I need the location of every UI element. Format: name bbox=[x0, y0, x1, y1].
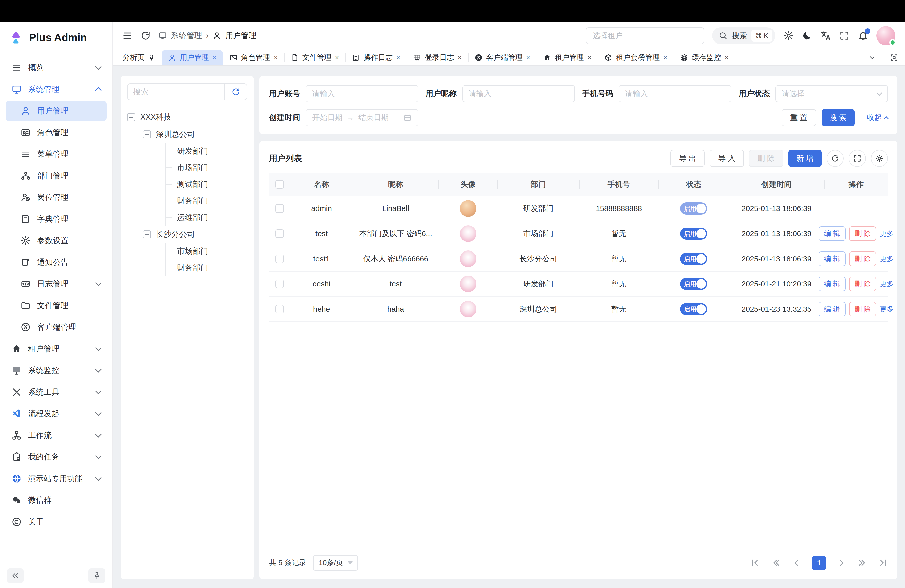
next-group-button[interactable] bbox=[857, 558, 867, 568]
sidebar-item-workflow[interactable]: 工作流 bbox=[6, 425, 106, 446]
sidebar-item-process-initiation[interactable]: 流程发起 bbox=[6, 404, 106, 424]
close-icon[interactable]: × bbox=[587, 54, 592, 62]
global-search[interactable]: 搜索 ⌘ K bbox=[712, 27, 775, 44]
sidebar-item-demo-features[interactable]: 演示站专用功能 bbox=[6, 468, 106, 489]
nickname-field[interactable] bbox=[462, 85, 575, 102]
prev-group-button[interactable] bbox=[771, 558, 781, 568]
delete-row-button[interactable]: 删 除 bbox=[849, 302, 876, 316]
sidebar-item-wechat-group[interactable]: 微信群 bbox=[6, 490, 106, 510]
date-range-picker[interactable]: 开始日期 → 结束日期 bbox=[306, 109, 418, 126]
status-toggle[interactable]: 启用 bbox=[680, 202, 707, 215]
status-toggle[interactable]: 启用 bbox=[680, 227, 707, 240]
logo[interactable]: Plus Admin bbox=[0, 25, 112, 50]
reset-button[interactable]: 重 置 bbox=[781, 109, 816, 126]
tree-node[interactable]: 财务部门 bbox=[166, 259, 248, 276]
table-row[interactable]: admin LinaBell 研发部门 15888888888 启用 2025-… bbox=[269, 196, 888, 221]
settings-gear-icon[interactable] bbox=[783, 30, 794, 41]
content-fullscreen-button[interactable] bbox=[883, 50, 905, 65]
tab-analysis[interactable]: 分析页 bbox=[116, 50, 162, 65]
row-checkbox[interactable] bbox=[275, 229, 284, 238]
sidebar-item-system-tools[interactable]: 系统工具 bbox=[6, 382, 106, 402]
more-button[interactable]: 更多 bbox=[880, 229, 894, 238]
next-page-button[interactable] bbox=[837, 558, 847, 568]
last-page-button[interactable] bbox=[878, 558, 888, 568]
import-button[interactable]: 导 入 bbox=[710, 150, 744, 167]
close-icon[interactable]: × bbox=[213, 54, 216, 62]
page-size-select[interactable]: 10条/页 bbox=[313, 555, 358, 571]
table-row[interactable]: test 本部门及以下 密码6... 市场部门 暂无 启用 2025-01-13… bbox=[269, 221, 888, 246]
sidebar-item-menu-management[interactable]: 菜单管理 bbox=[6, 144, 106, 164]
sidebar-item-about[interactable]: 关于 bbox=[6, 512, 106, 532]
nickname-input[interactable] bbox=[469, 89, 568, 98]
sidebar-item-my-tasks[interactable]: 我的任务 bbox=[6, 447, 106, 467]
more-button[interactable]: 更多 bbox=[880, 304, 894, 314]
sidebar-collapse-button[interactable] bbox=[7, 568, 24, 583]
close-icon[interactable]: × bbox=[526, 54, 530, 62]
table-row[interactable]: ceshi test 研发部门 暂无 启用 2025-01-21 10:20:3… bbox=[269, 272, 888, 297]
row-checkbox[interactable] bbox=[275, 280, 284, 288]
phone-field[interactable] bbox=[619, 85, 731, 102]
select-all-checkbox[interactable] bbox=[275, 180, 284, 189]
tree-refresh-button[interactable] bbox=[224, 84, 247, 100]
table-row[interactable]: hehe haha 深圳总公司 暂无 启用 2025-01-23 13:32:3… bbox=[269, 297, 888, 322]
close-icon[interactable]: × bbox=[663, 54, 667, 62]
sidebar-item-post-management[interactable]: 岗位管理 bbox=[6, 187, 106, 208]
collapse-box-icon[interactable] bbox=[143, 230, 151, 238]
tree-node[interactable]: 长沙分公司 bbox=[143, 226, 248, 243]
tab-tenant-package-management[interactable]: 租户套餐管理 × bbox=[598, 50, 674, 65]
sidebar-item-system-management[interactable]: 系统管理 bbox=[6, 79, 106, 100]
sidebar-item-tenant-management[interactable]: 租户管理 bbox=[6, 338, 106, 359]
sidebar-item-department-management[interactable]: 部门管理 bbox=[6, 165, 106, 186]
sidebar-item-parameter-settings[interactable]: 参数设置 bbox=[6, 230, 106, 251]
pin-icon[interactable] bbox=[148, 54, 155, 61]
tree-node[interactable]: 运维部门 bbox=[166, 209, 248, 226]
close-icon[interactable]: × bbox=[457, 54, 462, 62]
notifications-bell[interactable] bbox=[858, 30, 868, 41]
account-input[interactable] bbox=[312, 89, 412, 98]
sidebar-pin-button[interactable] bbox=[89, 568, 105, 583]
edit-button[interactable]: 编 辑 bbox=[819, 277, 846, 291]
first-page-button[interactable] bbox=[750, 558, 760, 568]
prev-page-button[interactable] bbox=[791, 558, 802, 568]
tree-node[interactable]: 市场部门 bbox=[166, 243, 248, 259]
close-icon[interactable]: × bbox=[274, 54, 278, 62]
more-button[interactable]: 更多 bbox=[880, 279, 894, 289]
tree-node[interactable]: XXX科技 bbox=[127, 109, 248, 126]
account-field[interactable] bbox=[306, 85, 418, 102]
sidebar-item-file-management[interactable]: 文件管理 bbox=[6, 295, 106, 316]
tab-client-management[interactable]: 客户端管理 × bbox=[468, 50, 537, 65]
tab-file-management[interactable]: 文件管理 × bbox=[284, 50, 346, 65]
status-toggle[interactable]: 启用 bbox=[680, 303, 707, 315]
collapse-filters-link[interactable]: 收起 bbox=[867, 113, 888, 123]
row-checkbox[interactable] bbox=[275, 305, 284, 313]
row-checkbox[interactable] bbox=[275, 204, 284, 213]
dark-mode-moon-icon[interactable] bbox=[802, 30, 813, 41]
fullscreen-icon[interactable] bbox=[839, 30, 850, 41]
tab-login-log[interactable]: 登录日志 × bbox=[407, 50, 468, 65]
sidebar-item-role-management[interactable]: 角色管理 bbox=[6, 122, 106, 143]
sidebar-item-dictionary-management[interactable]: 字典管理 bbox=[6, 209, 106, 229]
close-icon[interactable]: × bbox=[724, 54, 729, 62]
tree-node[interactable]: 市场部门 bbox=[166, 159, 248, 176]
table-fullscreen-button[interactable] bbox=[849, 150, 866, 167]
close-icon[interactable]: × bbox=[396, 54, 400, 62]
sidebar-item-log-management[interactable]: 日志管理 bbox=[6, 273, 106, 294]
tenant-select-input[interactable] bbox=[592, 32, 698, 40]
tabs-dropdown-button[interactable] bbox=[861, 50, 883, 65]
current-page[interactable]: 1 bbox=[812, 556, 826, 570]
close-icon[interactable]: × bbox=[335, 54, 339, 62]
tab-tenant-management[interactable]: 租户管理 × bbox=[537, 50, 598, 65]
status-toggle[interactable]: 启用 bbox=[680, 253, 707, 265]
tree-node[interactable]: 深圳总公司 bbox=[143, 126, 248, 143]
collapse-box-icon[interactable] bbox=[143, 130, 151, 138]
refresh-icon[interactable] bbox=[140, 30, 151, 41]
delete-button[interactable]: 删 除 bbox=[749, 150, 783, 167]
status-toggle[interactable]: 启用 bbox=[680, 278, 707, 290]
edit-button[interactable]: 编 辑 bbox=[819, 251, 846, 266]
sidebar-item-overview[interactable]: 概览 bbox=[6, 57, 106, 78]
phone-input[interactable] bbox=[625, 89, 725, 98]
tree-search-input[interactable] bbox=[128, 84, 224, 100]
sidebar-item-user-management[interactable]: 用户管理 bbox=[6, 100, 106, 121]
delete-row-button[interactable]: 删 除 bbox=[849, 251, 876, 266]
delete-row-button[interactable]: 删 除 bbox=[849, 226, 876, 241]
